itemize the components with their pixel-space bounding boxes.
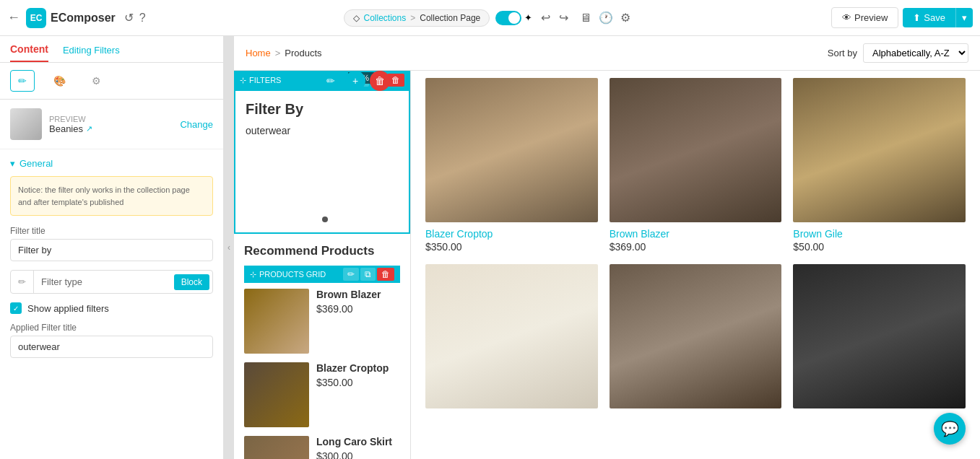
filter-tag: outerwear [246,125,399,136]
panel-tabs: Content Editing Filters [0,36,223,63]
canvas-body: ✏ + 🗑 ⊹ FILTERS ✏ ⧉ � [234,71,980,459]
status-toggle[interactable] [495,11,521,25]
product-price-3: $300.00 [316,450,400,459]
toolbar-center: ◇ Collections > Collection Page ✦ ↩ ↪ 🖥 … [152,8,825,27]
table-row[interactable]: Blazer Croptop $350.00 [425,78,598,253]
filters-label: ⊹ FILTERS [240,76,281,85]
floating-plus-button[interactable]: + [345,71,365,91]
breadcrumb-sep: > [410,13,415,23]
top-toolbar: ← EC EComposer ↺ ? ◇ Collections > Colle… [0,0,980,36]
product-card-name-3: Brown Gile [793,228,966,240]
home-breadcrumb[interactable]: Home [246,48,271,58]
history-button[interactable]: ↺ [124,11,134,25]
product-price-2: $350.00 [316,377,400,388]
toolbar-actions: 👁 Preview ⬆ Save ▾ [831,7,973,28]
product-card-img-5 [610,264,782,408]
edit-icon-button[interactable]: ✏ [10,70,35,92]
tab-editing-filters[interactable]: Editing Filters [63,45,120,61]
change-button[interactable]: Change [180,119,213,130]
product-card-price-2: $369.00 [610,241,782,253]
chat-fab-button[interactable]: 💬 [934,413,966,445]
table-row[interactable]: Brown Gile $50.00 [793,78,966,253]
help-button[interactable]: ? [139,11,146,25]
undo-redo: ↩ ↪ [538,8,571,27]
general-section: ▾ General Notice: the filter only works … [0,149,223,375]
preview-icon: 👁 [842,12,851,23]
clock-button[interactable]: 🕐 [596,8,616,27]
logo-icon: EC [26,8,46,28]
table-row[interactable] [793,264,966,414]
breadcrumb-nav: ◇ Collections > Collection Page [344,9,490,27]
breadcrumb-icon: ◇ [353,13,360,23]
products-grid-header: ⊹ PRODUCTS GRID ✏ ⧉ 🗑 [244,266,400,283]
save-icon: ⬆ [913,12,921,23]
preview-thumbnail [10,108,42,140]
gear-icon-button[interactable]: ⚙ [84,70,108,92]
product-name-2: Blazer Croptop [316,362,400,374]
list-item: Long Caro Skirt $300.00 [244,436,400,459]
floating-pencil-button[interactable]: ✏ [321,71,341,91]
undo-button[interactable]: ↩ [538,8,553,27]
product-price-1: $369.00 [316,303,400,315]
filter-title-input[interactable] [10,239,213,261]
sort-label: Sort by [828,48,857,58]
chevron-down-icon: ▾ [10,158,15,169]
canvas-area: Home > Products Sort by Alphabetically, … [234,36,980,459]
toggle-star-icon: ✦ [524,12,532,23]
filter-element-wrapper: ⊹ FILTERS ✏ ⧉ 🗑 Filter By outerwear [234,71,410,234]
save-button-group: ⬆ Save ▾ [903,8,973,27]
device-icons: 🖥 🕐 ⚙ [577,8,633,27]
product-img-1 [244,289,309,354]
redo-button[interactable]: ↪ [556,8,571,27]
status-toggle-area: ✦ [495,11,532,25]
tab-content[interactable]: Content [10,43,48,62]
left-panel: Content Editing Filters ✏ 🎨 ⚙ PREVIEW Be… [0,36,224,459]
breadcrumb-collections[interactable]: Collections [364,13,407,23]
filter-type-label: Filter type [34,271,171,293]
main-area: Content Editing Filters ✏ 🎨 ⚙ PREVIEW Be… [0,36,980,459]
sort-select[interactable]: Alphabetically, A-Z Price, low to high P… [863,43,968,63]
preview-label: PREVIEW [49,115,173,123]
breadcrumb-arrow-icon: > [275,48,281,58]
check-icon: ✓ [13,305,19,312]
product-info-3: Long Caro Skirt $300.00 [316,436,400,459]
show-applied-checkbox[interactable]: ✓ [10,302,22,314]
preview-section: PREVIEW Beanies ↗ Change [0,100,223,149]
toolbar-left: ← EC EComposer ↺ ? [7,8,146,28]
table-row[interactable]: Brown Blazer $369.00 [610,78,782,253]
products-breadcrumb: Products [285,48,321,58]
save-button[interactable]: ⬆ Save [903,8,955,27]
floating-trash-button[interactable]: 🗑 [370,71,390,91]
applied-filter-input[interactable] [10,336,213,358]
desktop-view-button[interactable]: 🖥 [577,8,594,27]
grid-edit-button[interactable]: ✏ [343,268,359,281]
product-grid: Blazer Croptop $350.00 Brown Blazer $369… [411,71,980,459]
panel-icons: ✏ 🎨 ⚙ [0,63,223,100]
general-toggle[interactable]: ▾ General [10,158,213,169]
preview-external-link-icon: ↗ [86,124,92,134]
canvas-breadcrumb: Home > Products [246,48,322,58]
preview-button[interactable]: 👁 Preview [831,7,898,28]
filter-by-title: Filter By [246,101,399,118]
breadcrumb-page: Collection Page [420,13,480,23]
product-card-img-4 [425,264,598,408]
notice-box: Notice: the filter only works in the col… [10,176,213,216]
recommend-section: Recommend Products ⊹ PRODUCTS GRID ✏ ⧉ 🗑 [234,234,410,459]
save-dropdown-button[interactable]: ▾ [955,8,973,27]
show-applied-label: Show applied filters [27,303,109,314]
grid-copy-button[interactable]: ⧉ [360,268,376,281]
filter-type-row: ✏ Filter type Block [10,270,213,294]
palette-icon-button[interactable]: 🎨 [46,70,73,92]
settings-button[interactable]: ⚙ [617,8,633,27]
product-info-2: Blazer Croptop $350.00 [316,362,400,388]
product-img-2 [244,362,309,427]
logo-text: EComposer [51,12,116,25]
grid-delete-button[interactable]: 🗑 [377,268,394,281]
product-card-img-6 [793,264,966,408]
table-row[interactable] [610,264,782,414]
table-row[interactable] [425,264,598,414]
filter-dot [322,217,328,222]
collapse-handle[interactable]: ‹ [224,36,234,459]
back-button[interactable]: ← [7,10,20,25]
applied-filter-label: Applied Filter title [10,323,213,333]
